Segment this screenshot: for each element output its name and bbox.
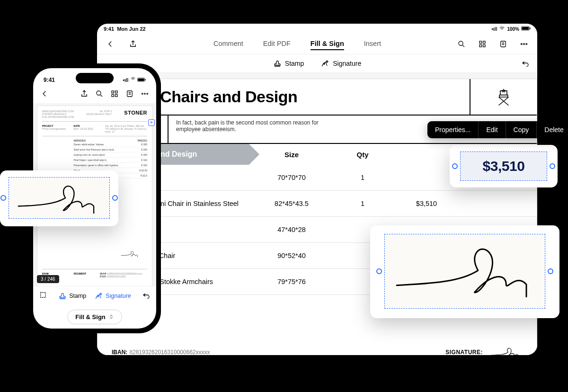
signature-tool[interactable]: Signature — [321, 59, 361, 68]
svg-rect-20 — [127, 91, 133, 97]
svg-point-10 — [524, 44, 525, 45]
undo-button[interactable] — [142, 291, 151, 301]
stamp-tool[interactable]: Stamp — [273, 59, 304, 68]
phone-notch — [76, 73, 114, 83]
cellular-icon: •ıll — [492, 27, 497, 32]
page-indicator: 3 / 246 — [37, 275, 59, 283]
svg-point-21 — [142, 93, 143, 94]
svg-point-22 — [144, 93, 145, 94]
signature-label: SIGNATURE: — [445, 349, 483, 355]
phone-nav-bar — [33, 84, 156, 103]
svg-rect-6 — [479, 45, 482, 47]
status-date: Mon Jun 22 — [117, 26, 146, 32]
col-qty: Qty — [334, 144, 391, 165]
share-button[interactable] — [126, 37, 140, 51]
undo-button[interactable] — [521, 59, 530, 69]
ctx-edit[interactable]: Edit — [479, 121, 506, 138]
back-button[interactable] — [104, 37, 117, 51]
doc-logo — [470, 79, 537, 115]
svg-rect-13 — [138, 79, 144, 81]
ctx-delete[interactable]: Delete — [537, 121, 568, 138]
signature-glyph — [389, 241, 541, 302]
svg-rect-2 — [530, 27, 531, 29]
svg-rect-18 — [112, 95, 114, 97]
svg-rect-7 — [483, 45, 486, 47]
phone-signature-glyph — [120, 249, 140, 259]
signature-label: Signature — [106, 293, 131, 299]
status-time: 9:41 — [104, 26, 114, 32]
signature-tool[interactable]: Signature — [95, 292, 131, 300]
doc-blurb: In fact, back pain is the second most co… — [169, 116, 339, 143]
svg-rect-24 — [41, 293, 46, 298]
stamp-label: Stamp — [285, 60, 304, 67]
battery-icon — [137, 78, 146, 83]
resize-handle-left[interactable] — [0, 195, 6, 201]
resize-handle-left[interactable] — [376, 268, 382, 274]
svg-point-9 — [521, 44, 522, 45]
svg-rect-8 — [501, 41, 506, 47]
tablet-status-bar: 9:41 Mon Jun 22 •ıll 100% — [97, 24, 537, 34]
resize-handle-right[interactable] — [548, 268, 553, 274]
outline-button[interactable] — [124, 88, 135, 99]
svg-rect-1 — [522, 27, 529, 30]
resize-handle-left[interactable] — [452, 163, 458, 169]
search-button[interactable] — [455, 37, 468, 51]
fill-sign-toolbar: Stamp Signature — [97, 54, 537, 73]
more-button[interactable] — [517, 37, 531, 51]
search-button[interactable] — [94, 88, 105, 99]
outline-button[interactable] — [497, 37, 510, 51]
signature-selection-large[interactable] — [370, 225, 559, 318]
wifi-icon — [499, 26, 505, 33]
ctx-properties[interactable]: Properties... — [427, 121, 479, 138]
price-value: $3,510 — [483, 158, 525, 174]
phone-status-time: 9:41 — [44, 77, 55, 83]
svg-point-23 — [147, 93, 148, 94]
grid-view-button[interactable] — [476, 37, 489, 51]
back-button[interactable] — [39, 88, 50, 99]
battery-percent: 100% — [507, 27, 519, 32]
stamp-label: Stamp — [69, 293, 86, 299]
tab-insert[interactable]: Insert — [364, 38, 381, 50]
svg-rect-4 — [479, 41, 482, 44]
iban-line: IBAN:It28193262016310000662xxxxx — [112, 349, 210, 355]
tab-comment[interactable]: Comment — [213, 38, 243, 50]
grid-view-button[interactable] — [109, 88, 120, 99]
context-menu: Properties... Edit Copy Delete — [427, 121, 568, 138]
resize-handle-right[interactable] — [112, 195, 118, 201]
col-size: Size — [249, 144, 334, 165]
signature-label: Signature — [333, 60, 361, 67]
svg-rect-17 — [115, 91, 118, 93]
crop-tool[interactable] — [39, 291, 47, 301]
ctx-copy[interactable]: Copy — [506, 121, 537, 138]
stamp-tool[interactable]: Stamp — [58, 292, 86, 300]
signature-glyph — [489, 345, 523, 355]
phone-fill-sign-toolbar: Stamp Signature — [33, 286, 156, 305]
signature-glyph — [14, 179, 104, 216]
signature-block: SIGNATURE: — [445, 345, 523, 355]
battery-icon — [521, 26, 531, 32]
tab-fill-sign[interactable]: Fill & Sign — [311, 38, 344, 50]
svg-rect-14 — [145, 79, 145, 80]
mode-selector-area: Fill & Sign — [33, 305, 156, 329]
svg-point-3 — [459, 41, 463, 45]
wifi-icon — [130, 78, 136, 83]
annotation-indicator[interactable]: = — [148, 119, 155, 126]
table-row[interactable]: Ghidini 1961 Miami Chair in Stainless St… — [98, 191, 537, 217]
doc-title: Office Chairs and Design — [112, 88, 455, 106]
tab-edit-pdf[interactable]: Edit PDF — [263, 38, 291, 50]
invoice-brand: STONER — [124, 110, 147, 116]
svg-point-15 — [97, 91, 101, 95]
svg-rect-19 — [115, 95, 118, 97]
resize-handle-right[interactable] — [550, 163, 555, 169]
svg-rect-5 — [483, 41, 486, 44]
price-selection[interactable]: $3,510 — [450, 145, 558, 187]
svg-point-11 — [526, 44, 527, 45]
share-button[interactable] — [79, 88, 90, 99]
more-button[interactable] — [139, 88, 151, 99]
tablet-nav-bar: Comment Edit PDF Fill & Sign Insert — [97, 34, 537, 54]
mode-selector-button[interactable]: Fill & Sign — [67, 310, 122, 324]
signature-selection-small[interactable] — [0, 170, 118, 226]
cellular-icon: •ıll — [123, 78, 128, 83]
svg-rect-16 — [112, 91, 114, 93]
